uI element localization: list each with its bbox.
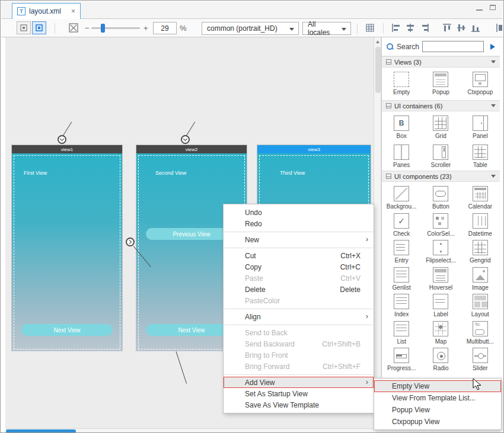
- components-grid: Backgrou... Button Calendar Check ColorS…: [382, 182, 500, 372]
- section-header-containers[interactable]: UI containers (6): [382, 100, 500, 111]
- distribute-horizontal-icon[interactable]: [495, 22, 503, 34]
- palette-item-multibutton[interactable]: Multibutt...: [461, 321, 499, 345]
- zoom-out-icon[interactable]: −: [85, 24, 90, 33]
- palette-item-list[interactable]: List: [382, 321, 420, 345]
- menu-item-send-backward[interactable]: Send BackwardCtrl+Shift+B: [224, 338, 374, 349]
- align-bottom-icon[interactable]: [470, 22, 481, 34]
- align-middle-vertical-icon[interactable]: [455, 22, 467, 34]
- transition-node[interactable]: [126, 238, 135, 246]
- submenu-item-ctxpopup-view[interactable]: Ctxpopup View: [374, 416, 501, 428]
- menu-item-save-as-view-template[interactable]: Save As View Template: [224, 399, 374, 410]
- entry-icon: [394, 240, 409, 255]
- align-left-icon[interactable]: [390, 22, 402, 34]
- palette-item-label[interactable]: Label: [422, 294, 460, 318]
- transition-pin-view2[interactable]: [181, 135, 190, 144]
- view1-header: view1: [12, 145, 122, 153]
- palette-item-radio[interactable]: Radio: [422, 348, 460, 372]
- palette-item-panes[interactable]: Panes: [382, 145, 420, 171]
- palette-item-calendar[interactable]: Calendar: [461, 186, 499, 210]
- view1-body[interactable]: First View Next View: [12, 153, 122, 351]
- scroll-up-icon[interactable]: [376, 40, 379, 43]
- containers-grid: Box Grid Panel Panes Scroller Table: [382, 112, 500, 171]
- menu-item-bring-forward[interactable]: Bring ForwardCtrl+Shift+F: [224, 361, 374, 372]
- zoom-in-icon[interactable]: +: [143, 24, 148, 33]
- minimize-button[interactable]: [476, 5, 483, 11]
- menu-item-copy[interactable]: CopyCtrl+C: [224, 261, 374, 272]
- palette-item-popup[interactable]: Popup: [422, 72, 460, 100]
- zoom-slider-track[interactable]: [91, 27, 140, 29]
- menu-item-delete[interactable]: DeleteDelete: [224, 284, 374, 295]
- menu-item-pastecolor[interactable]: PasteColor: [224, 295, 374, 306]
- menu-item-add-view[interactable]: Add View: [224, 377, 374, 388]
- palette-item-scroller[interactable]: Scroller: [422, 145, 460, 171]
- palette-item-entry[interactable]: Entry: [382, 240, 420, 264]
- align-right-icon[interactable]: [419, 22, 430, 34]
- palette-item-genlist[interactable]: Genlist: [382, 267, 420, 291]
- zoom-percent-input[interactable]: [153, 22, 177, 34]
- search-icon: [387, 43, 394, 50]
- palette-item-gengrid[interactable]: Gengrid: [461, 240, 499, 264]
- palette-item-empty[interactable]: Empty: [382, 72, 420, 100]
- palette-item-datetime[interactable]: Datetime: [461, 213, 499, 238]
- grid-toggle-button[interactable]: [363, 21, 377, 34]
- search-go-icon[interactable]: [490, 44, 495, 50]
- menu-item-bring-to-front[interactable]: Bring to Front: [224, 349, 374, 361]
- palette-item-progressbar[interactable]: Progress...: [382, 348, 420, 372]
- section-header-views[interactable]: Views (3): [382, 56, 500, 68]
- menu-item-cut[interactable]: CutCtrl+X: [224, 250, 374, 261]
- tab-layout-xml[interactable]: T layout.xml ×: [12, 3, 81, 19]
- align-center-horizontal-icon[interactable]: [404, 22, 416, 34]
- preview-view-button[interactable]: [32, 21, 46, 34]
- palette-item-box[interactable]: Box: [382, 116, 420, 142]
- menu-item-new[interactable]: New: [224, 234, 374, 245]
- search-input[interactable]: [422, 41, 484, 52]
- collapse-caret-icon[interactable]: [491, 60, 496, 63]
- transition-pin-view1[interactable]: [58, 135, 66, 144]
- transition-line: [186, 121, 196, 136]
- tab-close-icon[interactable]: ×: [71, 7, 75, 15]
- zoom-slider-handle[interactable]: [101, 24, 105, 33]
- mouse-cursor: [473, 378, 482, 391]
- menu-item-send-to-back[interactable]: Send to Back: [224, 327, 374, 338]
- panel-icon: [473, 116, 488, 131]
- menu-item-align[interactable]: Align: [224, 311, 374, 322]
- palette-item-hoversel[interactable]: Hoversel: [422, 267, 460, 291]
- view1-frame[interactable]: view1 First View Next View: [11, 145, 123, 351]
- palette-item-panel[interactable]: Panel: [461, 116, 499, 142]
- palette-item-slider[interactable]: Slider: [461, 348, 499, 372]
- palette-item-background[interactable]: Backgrou...: [382, 186, 420, 210]
- resolution-dropdown[interactable]: common (portrait_HD): [202, 22, 299, 35]
- submenu-item-popup-view[interactable]: Popup View: [374, 404, 501, 416]
- fit-to-window-button[interactable]: [66, 21, 81, 34]
- design-view-button[interactable]: [17, 21, 31, 34]
- palette-item-layout[interactable]: Layout: [461, 294, 499, 318]
- locales-dropdown[interactable]: All locales: [302, 22, 351, 35]
- palette-item-check[interactable]: Check: [382, 213, 420, 238]
- hoversel-icon: [433, 267, 448, 283]
- section-icon: [386, 103, 391, 108]
- horizontal-scrollbar-thumb[interactable]: [6, 429, 76, 433]
- palette-item-ctxpopup[interactable]: Ctxpopup: [461, 72, 499, 100]
- palette-item-colorselector[interactable]: ColorSel...: [422, 213, 460, 238]
- section-header-components[interactable]: UI components (23): [382, 171, 500, 182]
- collapse-caret-icon[interactable]: [491, 175, 496, 178]
- palette-item-grid[interactable]: Grid: [422, 116, 460, 142]
- palette-item-flipselector[interactable]: Flipselect...: [422, 240, 460, 264]
- section-icon: [386, 59, 391, 65]
- palette-item-index[interactable]: Index: [382, 294, 420, 318]
- vertical-scrollbar[interactable]: [374, 37, 381, 428]
- view1-next-button[interactable]: Next View: [21, 324, 113, 336]
- palette-item-image[interactable]: Image: [461, 267, 499, 291]
- maximize-button[interactable]: [490, 5, 496, 10]
- menu-item-redo[interactable]: Redo: [224, 218, 374, 229]
- palette-item-map[interactable]: Map: [422, 321, 460, 345]
- vertical-scrollbar-thumb[interactable]: [375, 47, 381, 93]
- palette-item-table[interactable]: Table: [461, 145, 499, 171]
- palette-item-button[interactable]: Button: [422, 186, 460, 210]
- collapse-caret-icon[interactable]: [491, 104, 496, 107]
- submenu-item-view-from-template-list[interactable]: View From Template List...: [374, 392, 501, 404]
- menu-item-undo[interactable]: Undo: [224, 207, 374, 218]
- menu-item-paste[interactable]: PasteCtrl+V: [224, 272, 374, 284]
- menu-item-set-as-startup-view[interactable]: Set As Startup View: [224, 388, 374, 399]
- align-top-icon[interactable]: [441, 22, 453, 34]
